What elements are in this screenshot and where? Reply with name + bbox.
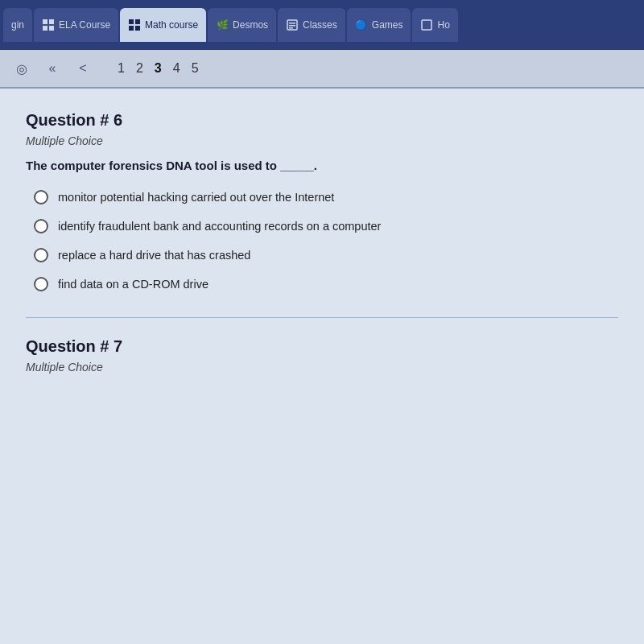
option-6-c[interactable]: replace a hard drive that has crashed [34, 248, 618, 262]
svg-rect-2 [43, 26, 47, 31]
games-icon: 🔵 [355, 19, 368, 31]
tab-desmos[interactable]: 🌿 Desmos [208, 8, 276, 42]
page-4[interactable]: 4 [173, 61, 180, 76]
classes-icon [286, 19, 299, 31]
radio-6-d[interactable] [34, 277, 48, 291]
option-6-a[interactable]: monitor potential hacking carried out ov… [34, 190, 618, 204]
login-label: gin [11, 19, 24, 31]
circle-button[interactable]: ◎ [10, 56, 34, 80]
ela-label: ELA Course [59, 19, 110, 31]
page-numbers: 1 2 3 4 5 [118, 61, 199, 76]
svg-rect-0 [43, 19, 47, 24]
math-icon [128, 19, 141, 31]
page-1[interactable]: 1 [118, 61, 125, 76]
option-6-c-label: replace a hard drive that has crashed [58, 249, 250, 262]
option-6-b[interactable]: identify fraudulent bank and accounting … [34, 219, 618, 233]
tab-math[interactable]: Math course [120, 8, 206, 42]
page-5[interactable]: 5 [192, 61, 199, 76]
svg-rect-4 [129, 19, 134, 24]
svg-rect-10 [289, 25, 295, 27]
tab-bar: gin ELA Course Math course 🌿 Desmos [0, 0, 644, 50]
main-content: Question # 6 Multiple Choice The compute… [0, 89, 644, 644]
question-7-type: Multiple Choice [26, 361, 618, 374]
svg-rect-12 [422, 20, 431, 30]
classes-label: Classes [303, 19, 337, 31]
ho-label: Ho [437, 19, 449, 31]
desmos-icon: 🌿 [216, 19, 229, 31]
svg-rect-9 [289, 23, 295, 24]
tab-login[interactable]: gin [3, 8, 32, 42]
page-3[interactable]: 3 [155, 61, 162, 76]
svg-rect-11 [289, 27, 293, 29]
question-7-title: Question # 7 [26, 337, 618, 356]
page-2[interactable]: 2 [136, 61, 143, 76]
prev-button[interactable]: < [71, 56, 95, 80]
tab-ho[interactable]: Ho [412, 8, 457, 42]
math-label: Math course [145, 19, 198, 31]
question-6-type: Multiple Choice [26, 134, 618, 147]
games-label: Games [372, 19, 403, 31]
option-6-b-label: identify fraudulent bank and accounting … [58, 220, 381, 233]
question-6-text: The computer forensics DNA tool is used … [26, 159, 618, 172]
svg-rect-6 [129, 26, 134, 31]
radio-6-c[interactable] [34, 248, 48, 262]
option-6-d[interactable]: find data on a CD-ROM drive [34, 277, 618, 291]
svg-rect-1 [49, 19, 54, 24]
toolbar: ◎ « < 1 2 3 4 5 [0, 50, 644, 89]
radio-6-a[interactable] [34, 190, 48, 204]
desmos-label: Desmos [233, 19, 268, 31]
svg-rect-7 [135, 26, 140, 31]
double-prev-button[interactable]: « [40, 56, 64, 80]
question-divider [26, 317, 618, 318]
ho-icon [420, 19, 433, 31]
double-chevron-left-icon: « [49, 61, 56, 76]
chevron-left-icon: < [79, 61, 86, 76]
option-6-a-label: monitor potential hacking carried out ov… [58, 191, 334, 204]
option-6-d-label: find data on a CD-ROM drive [58, 278, 208, 291]
question-6-title: Question # 6 [26, 111, 618, 130]
radio-6-b[interactable] [34, 219, 48, 233]
ela-icon [42, 19, 55, 31]
svg-rect-5 [135, 19, 140, 24]
circle-icon: ◎ [16, 61, 27, 76]
svg-rect-3 [49, 26, 54, 31]
question-6-options: monitor potential hacking carried out ov… [26, 190, 618, 291]
tab-games[interactable]: 🔵 Games [347, 8, 411, 42]
question-7-block: Question # 7 Multiple Choice [26, 337, 618, 374]
question-6-block: Question # 6 Multiple Choice The compute… [26, 111, 618, 291]
tab-ela[interactable]: ELA Course [34, 8, 118, 42]
tab-classes[interactable]: Classes [278, 8, 345, 42]
